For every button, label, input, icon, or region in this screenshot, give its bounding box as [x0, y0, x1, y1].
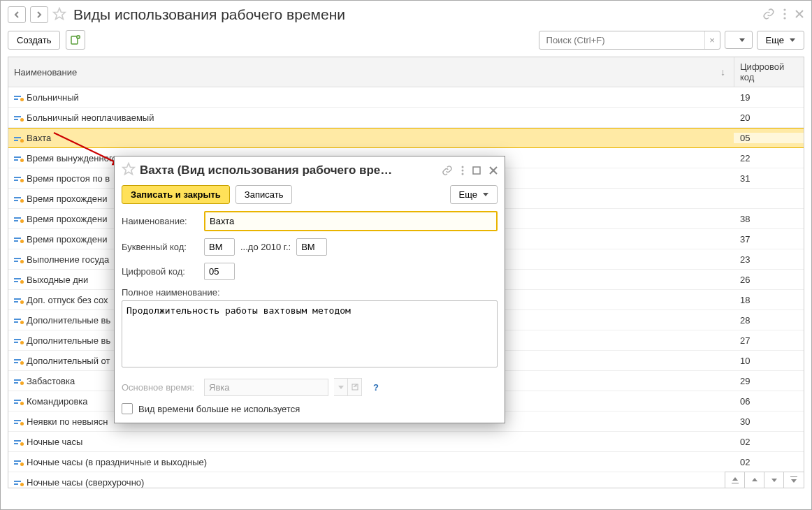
- dialog-title: Вахта (Вид использования рабочего вре…: [140, 163, 437, 177]
- row-icon: [8, 357, 24, 364]
- label-full-name: Полное наименование:: [122, 287, 220, 298]
- nav-down-button[interactable]: [764, 472, 784, 488]
- row-code: 05: [734, 133, 804, 143]
- row-icon: [8, 235, 24, 242]
- row-icon: [8, 479, 24, 486]
- row-code: 30: [734, 416, 804, 427]
- edit-dialog: Вахта (Вид использования рабочего вре… З…: [114, 156, 505, 423]
- letter-code-2010-input[interactable]: [296, 238, 327, 256]
- row-icon: [8, 337, 24, 344]
- row-icon: [8, 398, 24, 405]
- label-digit-code: Цифровой код:: [122, 266, 198, 277]
- nav-forward-button[interactable]: [30, 6, 48, 23]
- row-code: 06: [734, 396, 804, 407]
- dialog-link-icon[interactable]: [442, 165, 453, 176]
- save-close-button[interactable]: Записать и закрыть: [122, 185, 230, 204]
- table-header: Наименование ↓ Цифровой код: [8, 57, 804, 87]
- row-code: 37: [734, 234, 804, 245]
- dialog-body: Наименование: Буквенный код: ...до 2010 …: [115, 211, 505, 423]
- row-icon: [8, 94, 24, 101]
- more-button-label: Еще: [766, 35, 784, 45]
- table-row[interactable]: Ночные часы (сверхурочно)02: [8, 472, 804, 488]
- toolbar: Создать × Еще: [1, 27, 811, 57]
- favorite-star-icon[interactable]: [52, 7, 66, 23]
- row-name: Ночные часы (в праздничные и выходные): [24, 457, 734, 467]
- name-input[interactable]: [204, 211, 498, 231]
- row-code: 29: [734, 376, 804, 386]
- row-icon: [8, 215, 24, 222]
- search-input[interactable]: [539, 31, 720, 50]
- row-name: Больничный: [24, 92, 734, 103]
- row-code: 02: [734, 437, 804, 447]
- table-row[interactable]: Ночные часы (в праздничные и выходные)02: [8, 452, 804, 472]
- svg-rect-12: [473, 167, 480, 174]
- dialog-close-icon[interactable]: [489, 166, 498, 175]
- page-title: Виды использования рабочего времени: [73, 6, 345, 23]
- base-time-dropdown-icon: [334, 378, 348, 396]
- row-code: 26: [734, 275, 804, 285]
- column-header-code[interactable]: Цифровой код: [734, 57, 804, 87]
- sort-down-icon: ↓: [720, 66, 725, 78]
- row-code: 28: [734, 315, 804, 326]
- row-icon: [8, 276, 24, 283]
- search-clear-button[interactable]: ×: [704, 31, 720, 49]
- create-button[interactable]: Создать: [8, 31, 60, 50]
- row-code: 20: [734, 112, 804, 123]
- dialog-more-button[interactable]: Еще: [450, 185, 498, 204]
- nav-last-button[interactable]: [784, 472, 804, 488]
- base-time-select: Явка: [204, 379, 328, 396]
- label-base-time: Основное время:: [122, 382, 198, 393]
- svg-point-3: [783, 17, 785, 19]
- row-code: 19: [734, 92, 804, 103]
- table-row[interactable]: Больничный19: [8, 87, 804, 108]
- dialog-titlebar: Вахта (Вид использования рабочего вре…: [115, 156, 505, 181]
- not-used-checkbox[interactable]: [122, 403, 133, 414]
- row-name: Вахта: [24, 133, 734, 143]
- row-icon: [8, 175, 24, 182]
- row-icon: [8, 418, 24, 425]
- svg-point-11: [462, 173, 464, 175]
- svg-rect-13: [352, 384, 358, 390]
- search-field-wrap: ×: [539, 31, 720, 50]
- kebab-menu-icon[interactable]: [783, 8, 786, 22]
- row-icon: [8, 154, 24, 161]
- base-time-open-icon: [348, 378, 362, 396]
- nav-up-button[interactable]: [745, 472, 764, 488]
- svg-marker-0: [54, 8, 66, 19]
- row-code: 31: [734, 173, 804, 184]
- dialog-kebab-icon[interactable]: [461, 166, 464, 175]
- column-header-name[interactable]: Наименование ↓: [8, 57, 734, 87]
- table-nav: [725, 472, 804, 488]
- letter-code-input[interactable]: [204, 238, 235, 256]
- label-name: Наименование:: [122, 216, 198, 226]
- row-code: 22: [734, 153, 804, 163]
- row-code: 27: [734, 335, 804, 346]
- row-code: 38: [734, 214, 804, 224]
- more-button[interactable]: Еще: [757, 31, 804, 50]
- table-row[interactable]: Больничный неоплачиваемый20: [8, 108, 804, 128]
- nav-first-button[interactable]: [725, 472, 745, 488]
- full-name-textarea[interactable]: [122, 300, 498, 367]
- dialog-favorite-icon[interactable]: [122, 162, 136, 178]
- digit-code-input[interactable]: [204, 263, 235, 280]
- row-code: 02: [734, 457, 804, 467]
- label-letter-code: Буквенный код:: [122, 242, 198, 252]
- link-icon[interactable]: [762, 8, 775, 22]
- svg-point-1: [783, 8, 785, 10]
- create-copy-button[interactable]: [66, 30, 85, 50]
- label-not-used: Вид времени больше не используется: [138, 404, 300, 414]
- label-before-2010: ...до 2010 г.:: [240, 242, 291, 252]
- dialog-maximize-icon[interactable]: [472, 166, 481, 175]
- row-icon: [8, 296, 24, 303]
- svg-point-2: [783, 13, 785, 15]
- row-code: 10: [734, 356, 804, 366]
- table-row[interactable]: Вахта05: [8, 128, 804, 148]
- nav-back-button[interactable]: [8, 6, 26, 23]
- save-button[interactable]: Записать: [235, 185, 293, 204]
- help-icon[interactable]: ?: [373, 382, 379, 393]
- svg-point-9: [462, 166, 464, 168]
- row-name: Ночные часы: [24, 437, 734, 447]
- search-button[interactable]: [725, 31, 753, 49]
- table-row[interactable]: Ночные часы02: [8, 432, 804, 452]
- close-icon[interactable]: [795, 9, 804, 21]
